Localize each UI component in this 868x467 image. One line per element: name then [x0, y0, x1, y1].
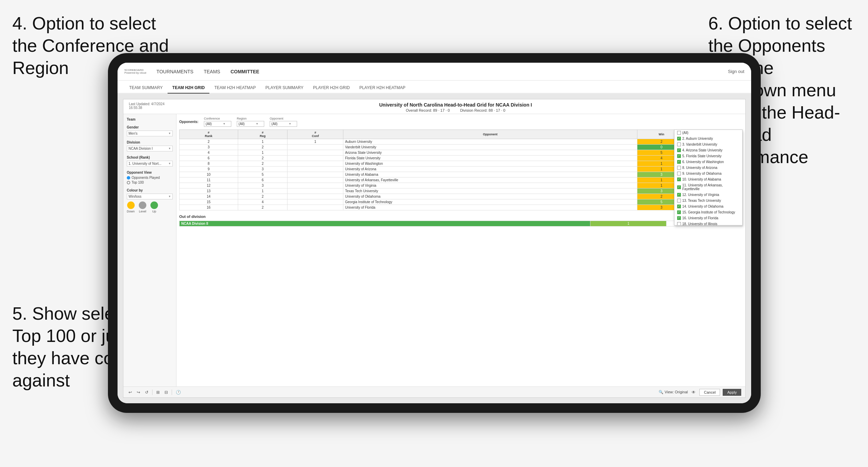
dropdown-item[interactable]: 12. University of Virginia	[674, 192, 742, 198]
dropdown-item[interactable]: 18. University of Illinois	[674, 221, 742, 225]
cell-rank: 2	[180, 139, 238, 145]
data-table: #Rank #Reg #Conf Opponent Win Loss	[179, 130, 743, 210]
col-conf: #Conf	[288, 130, 343, 139]
cell-reg: 5	[238, 172, 288, 177]
report-header: Last Updated: 4/7/2024 16:55:38 Universi…	[123, 99, 745, 114]
cell-conf	[288, 177, 343, 183]
out-of-division: Out of division NCAA Division II 1 0	[179, 214, 743, 226]
cell-opponent: Georgia Institute of Technology	[343, 199, 637, 205]
col-opponent: Opponent	[343, 130, 637, 139]
cell-conf	[288, 161, 343, 167]
cell-opponent: Vanderbilt University	[343, 145, 637, 150]
refresh-icon[interactable]: ↺	[144, 389, 149, 395]
nav-tournaments[interactable]: TOURNAMENTS	[157, 67, 194, 76]
school-select[interactable]: 1. University of Nort...	[127, 161, 173, 167]
level-circle	[139, 201, 146, 209]
table-row: 15 4 Georgia Institute of Technology 5 0	[180, 199, 743, 205]
conference-filter-select[interactable]: (All) ▼	[204, 121, 231, 127]
sub-nav: TEAM SUMMARY TEAM H2H GRID TEAM H2H HEAT…	[118, 81, 751, 94]
dropdown-item[interactable]: 6. University of Washington	[674, 159, 742, 165]
dropdown-checkbox	[677, 143, 681, 146]
dropdown-item-label: 6. University of Washington	[682, 160, 724, 164]
region-filter-group: Region (All) ▼	[237, 117, 264, 127]
table-row: 12 3 University of Virginia 1 0	[180, 183, 743, 188]
radio-opponents-played-dot	[127, 176, 130, 180]
dropdown-checkbox	[677, 166, 681, 170]
dropdown-item[interactable]: 16. University of Florida	[674, 215, 742, 221]
colour-up: Up	[150, 201, 158, 213]
colour-select[interactable]: Win/loss	[127, 194, 173, 199]
dropdown-item[interactable]: 11. University of Arkansas, Fayetteville	[674, 182, 742, 192]
clock-icon[interactable]: 🕐	[175, 389, 182, 395]
redo-icon[interactable]: ↪	[136, 389, 141, 395]
dropdown-item[interactable]: 5. Florida State University	[674, 153, 742, 159]
dropdown-item-label: 4. Arizona State University	[682, 148, 722, 152]
tablet-device: 5COREBOARD Powered by cloud TOURNAMENTS …	[108, 53, 761, 413]
overall-record-label: Overall Record:	[406, 108, 432, 112]
dropdown-item[interactable]: 14. University of Oklahoma	[674, 204, 742, 209]
dropdown-item-label: 12. University of Virginia	[682, 193, 719, 197]
dropdown-item[interactable]: 8. University of Arizona	[674, 165, 742, 171]
eye-icon[interactable]: 👁	[690, 389, 697, 395]
dropdown-checkbox	[677, 148, 681, 152]
table-row: 4 1 Arizona State University 5 1	[180, 150, 743, 156]
dropdown-item[interactable]: 4. Arizona State University	[674, 147, 742, 153]
report-container: Last Updated: 4/7/2024 16:55:38 Universi…	[123, 99, 746, 398]
gender-select[interactable]: Men's	[127, 131, 173, 136]
dropdown-item[interactable]: 9. University of Oklahoma	[674, 171, 742, 176]
region-filter-select[interactable]: (All) ▼	[237, 121, 264, 127]
copy-icon[interactable]: ⊞	[155, 389, 161, 395]
opponent-filter-select[interactable]: (All) ▼	[270, 121, 297, 127]
tab-player-h2h-heatmap[interactable]: PLAYER H2H HEATMAP	[355, 85, 410, 94]
tab-player-h2h-grid[interactable]: PLAYER H2H GRID	[308, 85, 355, 94]
cell-opponent: Auburn University	[343, 139, 637, 145]
up-circle	[150, 201, 158, 209]
dropdown-item[interactable]: (All)	[674, 130, 742, 136]
dropdown-item[interactable]: 2. Auburn University	[674, 136, 742, 142]
dropdown-item-label: 16. University of Florida	[682, 216, 718, 220]
dropdown-item-label: 15. Georgia Institute of Technology	[682, 210, 735, 214]
last-updated-time: 16:55:38	[129, 106, 164, 110]
tab-team-summary[interactable]: TEAM SUMMARY	[124, 85, 168, 94]
table-row: 14 2 University of Oklahoma 2 2	[180, 194, 743, 199]
table-wrapper: Opponents: Conference (All) ▼ Regio	[176, 114, 745, 386]
cell-opponent: Arizona State University	[343, 150, 637, 156]
cell-rank: 6	[180, 156, 238, 161]
tablet-screen: 5COREBOARD Powered by cloud TOURNAMENTS …	[118, 63, 751, 403]
tab-team-h2h-grid[interactable]: TEAM H2H GRID	[168, 85, 210, 94]
report-header-left: Last Updated: 4/7/2024 16:55:38	[129, 102, 164, 112]
dropdown-item[interactable]: 10. University of Alabama	[674, 176, 742, 182]
tab-team-h2h-heatmap[interactable]: TEAM H2H HEATMAP	[209, 85, 260, 94]
cell-conf: 1	[288, 139, 343, 145]
table-row: 11 6 University of Arkansas, Fayettevill…	[180, 177, 743, 183]
top-100-radio[interactable]: Top 100	[127, 181, 173, 184]
cell-rank: 15	[180, 199, 238, 205]
ood-division: NCAA Division II	[180, 221, 590, 226]
dropdown-item[interactable]: 15. Georgia Institute of Technology	[674, 209, 742, 215]
tab-player-summary[interactable]: PLAYER SUMMARY	[261, 85, 308, 94]
level-label: Level	[139, 210, 146, 213]
report-body: Team Gender Men's Division NCAA Division…	[123, 114, 745, 386]
opponent-dropdown[interactable]: (All)2. Auburn University3. Vanderbilt U…	[674, 130, 743, 225]
cell-conf	[288, 145, 343, 150]
nav-sign-out[interactable]: Sign out	[728, 69, 744, 74]
nav-committee[interactable]: COMMITTEE	[231, 67, 259, 76]
cell-conf	[288, 167, 343, 172]
division-select[interactable]: NCAA Division I	[127, 146, 173, 151]
cell-reg: 3	[238, 183, 288, 188]
opponents-played-radio[interactable]: Opponents Played	[127, 176, 173, 180]
cancel-button[interactable]: Cancel	[699, 389, 720, 396]
cell-opponent: University of Florida	[343, 205, 637, 210]
undo-icon[interactable]: ↩	[127, 389, 133, 395]
dropdown-checkbox	[677, 193, 681, 197]
dropdown-item-label: 10. University of Alabama	[682, 177, 721, 181]
nav-teams[interactable]: TEAMS	[204, 67, 220, 76]
dropdown-item[interactable]: 3. Vanderbilt University	[674, 142, 742, 147]
cell-rank: 16	[180, 205, 238, 210]
dropdown-item[interactable]: 13. Texas Tech University	[674, 198, 742, 204]
down-circle	[127, 201, 135, 209]
opponent-view-section: Opponent View Opponents Played Top 100	[127, 171, 173, 184]
col-reg: #Reg	[238, 130, 288, 139]
paste-icon[interactable]: ⊟	[163, 389, 169, 395]
apply-button[interactable]: Apply	[723, 389, 741, 396]
